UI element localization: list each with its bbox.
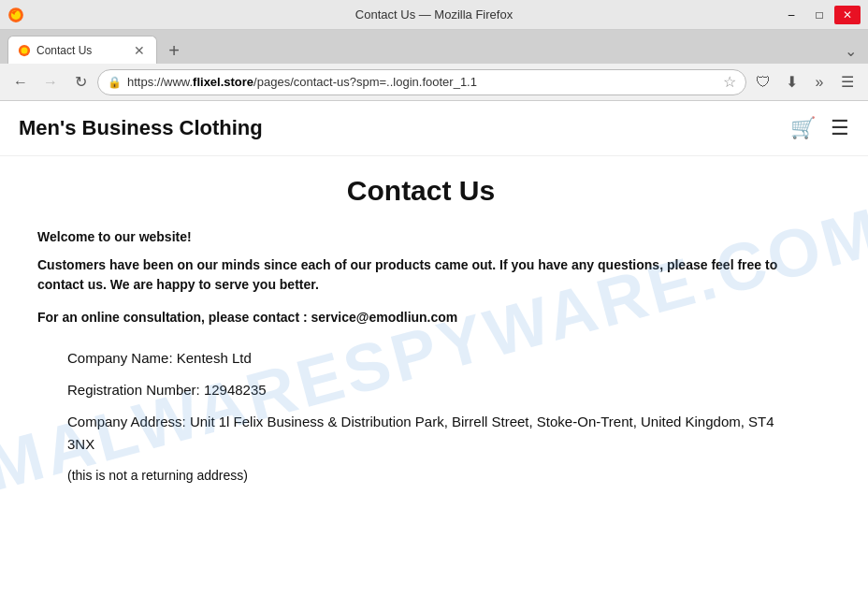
consultation-text: For an online consultation, please conta…: [37, 310, 804, 325]
tab-bar: Contact Us ✕ + ⌄: [0, 30, 868, 64]
site-title: Men's Business Clothing: [19, 116, 263, 140]
tab-label: Contact Us: [36, 44, 126, 57]
close-button[interactable]: ✕: [834, 6, 861, 24]
active-tab[interactable]: Contact Us ✕: [7, 36, 157, 64]
lock-icon: 🔒: [108, 76, 122, 89]
company-info: Company Name: Kentesh Ltd Registration N…: [37, 347, 804, 486]
page-heading: Contact Us: [37, 175, 804, 207]
minimize-button[interactable]: –: [778, 6, 804, 24]
tab-favicon: [18, 44, 31, 57]
url-bar[interactable]: 🔒 https://www.flixel.store/pages/contact…: [97, 69, 746, 95]
site-header: Men's Business Clothing 🛒 ☰: [0, 101, 868, 156]
cart-icon[interactable]: 🛒: [790, 116, 816, 140]
company-address: Company Address: Unit 1l Felix Business …: [67, 411, 804, 456]
menu-hamburger-icon[interactable]: ☰: [831, 116, 849, 140]
tab-list-chevron[interactable]: ⌄: [841, 38, 861, 64]
registration-number: Registration Number: 12948235: [67, 379, 804, 401]
firefox-icon: [7, 7, 24, 23]
svg-point-3: [22, 47, 28, 53]
extensions-button[interactable]: »: [806, 69, 832, 95]
header-icons: 🛒 ☰: [790, 116, 849, 140]
title-bar-left: [7, 7, 24, 23]
tab-bar-right: ⌄: [841, 38, 861, 64]
menu-button[interactable]: ☰: [834, 69, 861, 95]
shield-button[interactable]: 🛡: [750, 69, 776, 95]
nav-actions: 🛡 ⬇ » ☰: [750, 69, 861, 95]
reload-button[interactable]: ↻: [67, 69, 94, 95]
forward-button[interactable]: →: [37, 69, 64, 95]
url-text: https://www.flixel.store/pages/contact-u…: [127, 75, 717, 89]
window-title: Contact Us — Mozilla Firefox: [355, 7, 513, 22]
url-pre: https://www.: [127, 75, 193, 89]
new-tab-button[interactable]: +: [161, 37, 187, 64]
window-controls[interactable]: – □ ✕: [778, 6, 861, 24]
page-body: Contact Us Welcome to our website! Custo…: [0, 156, 842, 514]
return-address-note: (this is not a returning address): [67, 465, 804, 486]
navigation-bar: ← → ↻ 🔒 https://www.flixel.store/pages/c…: [0, 64, 868, 101]
downloads-button[interactable]: ⬇: [778, 69, 804, 95]
welcome-text: Welcome to our website!: [37, 229, 804, 244]
url-domain: flixel.store: [193, 75, 253, 89]
page-content: MALWARESPYWARE.COM Men's Business Clothi…: [0, 101, 868, 596]
back-button[interactable]: ←: [7, 69, 34, 95]
tab-close-button[interactable]: ✕: [132, 43, 147, 58]
bookmark-star-icon[interactable]: ☆: [723, 73, 736, 91]
title-bar: Contact Us — Mozilla Firefox – □ ✕: [0, 0, 868, 30]
url-post: /pages/contact-us?spm=..login.footer_1.1: [253, 75, 477, 89]
company-name: Company Name: Kentesh Ltd: [67, 347, 804, 370]
maximize-button[interactable]: □: [806, 6, 832, 24]
description-text: Customers have been on our minds since e…: [37, 255, 804, 295]
